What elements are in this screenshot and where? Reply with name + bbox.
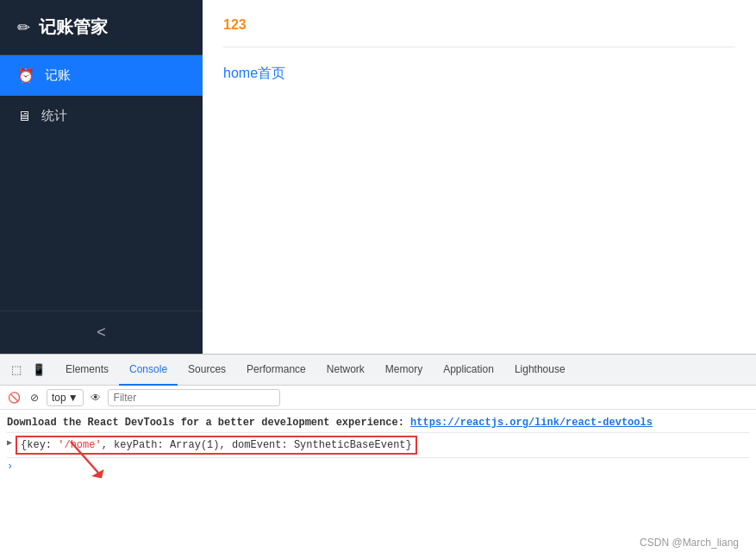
sidebar-collapse-button[interactable]: < — [0, 311, 203, 354]
sidebar-item-accounting-label: 记账 — [45, 67, 71, 84]
sidebar: ✏ 记账管家 ⏰ 记账 🖥 统计 < — [0, 0, 203, 354]
content-body: home首页 — [223, 47, 735, 336]
content-number: 123 — [223, 17, 735, 33]
console-clear-button[interactable]: 🚫 — [5, 389, 22, 406]
tab-memory[interactable]: Memory — [375, 355, 433, 386]
tab-sources[interactable]: Sources — [178, 355, 236, 386]
devtools-panel: ⬚ 📱 Elements Console Sources Performance… — [0, 354, 756, 559]
expand-arrow-icon[interactable]: ▶ — [7, 437, 12, 448]
eye-filter-button[interactable]: 👁 — [87, 389, 104, 406]
devtools-inspect-button[interactable]: ⬚ — [7, 361, 26, 380]
console-toolbar: 🚫 ⊘ top ▼ 👁 — [0, 386, 756, 410]
tab-application[interactable]: Application — [433, 355, 504, 386]
main-content: 123 home首页 — [203, 0, 756, 354]
tab-elements[interactable]: Elements — [55, 355, 119, 386]
devtools-device-button[interactable]: 📱 — [29, 361, 48, 380]
log-text-container: {key: '/home', keyPath: Array(1), domEve… — [16, 436, 417, 455]
tab-network[interactable]: Network — [316, 355, 375, 386]
devtools-toolbar-icons: ⬚ 📱 — [3, 361, 52, 380]
home-label: home首页 — [223, 66, 285, 80]
context-dropdown[interactable]: top ▼ — [47, 389, 84, 406]
console-log-entry: ▶ {key: '/home', keyPath: Array(1), domE… — [7, 433, 749, 458]
download-link[interactable]: https://reactjs.org/link/react-devtools — [410, 417, 653, 429]
chevron-left-icon: < — [97, 323, 106, 342]
console-settings-button[interactable]: ⊘ — [26, 389, 43, 406]
sidebar-header: ✏ 记账管家 — [0, 0, 203, 55]
watermark-text: CSDN @March_liang — [640, 537, 739, 549]
sidebar-item-statistics[interactable]: 🖥 统计 — [0, 96, 203, 136]
devtools-tabs-bar: ⬚ 📱 Elements Console Sources Performance… — [0, 355, 756, 386]
tab-lighthouse[interactable]: Lighthouse — [504, 355, 576, 386]
console-prompt-row: › — [7, 458, 749, 475]
tab-console[interactable]: Console — [119, 355, 178, 386]
sidebar-item-accounting[interactable]: ⏰ 记账 — [0, 55, 203, 96]
clock-icon: ⏰ — [17, 67, 34, 84]
console-filter-input[interactable] — [108, 389, 280, 406]
top-label: top — [52, 392, 66, 404]
console-download-row: Download the React DevTools for a better… — [7, 413, 749, 433]
console-prompt-icon: › — [7, 461, 13, 473]
log-highlighted-text: {key: '/home', keyPath: Array(1), domEve… — [16, 436, 417, 455]
monitor-icon: 🖥 — [17, 109, 31, 124]
dropdown-arrow-icon: ▼ — [68, 392, 78, 404]
sidebar-item-statistics-label: 统计 — [41, 108, 67, 124]
sidebar-title: 记账管家 — [39, 16, 108, 39]
download-message-text: Download the React DevTools for a better… — [7, 417, 404, 429]
tab-performance[interactable]: Performance — [236, 355, 316, 386]
edit-icon: ✏ — [17, 18, 30, 37]
